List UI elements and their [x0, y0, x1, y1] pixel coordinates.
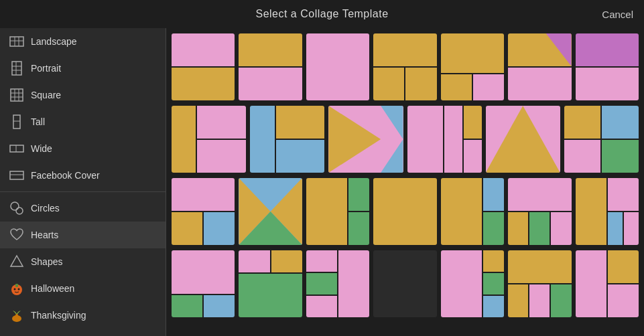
- sidebar-item-wide[interactable]: Wide: [0, 135, 166, 162]
- template-card[interactable]: [508, 33, 571, 100]
- template-card[interactable]: [306, 178, 369, 245]
- template-card[interactable]: [250, 106, 324, 173]
- tall-icon: [9, 114, 24, 129]
- wide-icon: [9, 141, 24, 156]
- template-card[interactable]: [172, 250, 235, 317]
- template-card[interactable]: [576, 33, 639, 100]
- sidebar: Landscape Portrait: [0, 28, 166, 336]
- template-card[interactable]: [172, 106, 246, 173]
- halloween-icon: [9, 281, 24, 296]
- sidebar-item-tall[interactable]: Tall: [0, 108, 166, 135]
- svg-rect-13: [13, 115, 20, 129]
- svg-rect-8: [11, 89, 23, 101]
- svg-point-27: [15, 314, 18, 317]
- circles-icon: [9, 201, 24, 216]
- facebook-cover-icon: [9, 168, 24, 183]
- sidebar-item-portrait[interactable]: Portrait: [0, 55, 166, 82]
- cancel-button[interactable]: Cancel: [602, 9, 633, 20]
- template-row-1: [172, 33, 639, 100]
- template-card[interactable]: [373, 250, 436, 317]
- sidebar-item-square[interactable]: Square: [0, 82, 166, 108]
- template-card[interactable]: [576, 178, 639, 245]
- thanksgiving-icon: [9, 308, 24, 323]
- sidebar-item-label: Circles: [31, 203, 60, 214]
- svg-rect-0: [10, 37, 23, 46]
- sidebar-item-landscape[interactable]: Landscape: [0, 28, 166, 55]
- sidebar-item-label: Shapes: [31, 256, 62, 267]
- main-layout: Landscape Portrait: [0, 28, 644, 336]
- template-card[interactable]: [508, 250, 571, 317]
- template-card[interactable]: [306, 250, 369, 317]
- template-card[interactable]: [441, 33, 504, 100]
- sidebar-item-thanksgiving[interactable]: Thanksgiving: [0, 302, 166, 329]
- svg-point-19: [11, 202, 19, 210]
- template-card[interactable]: [564, 106, 639, 173]
- sidebar-item-christmas[interactable]: Christmas: [0, 329, 166, 336]
- svg-rect-4: [12, 62, 21, 75]
- landscape-icon: [9, 34, 24, 49]
- sidebar-item-label: Square: [31, 90, 61, 100]
- svg-point-25: [18, 288, 20, 290]
- sidebar-item-halloween[interactable]: Halloween: [0, 275, 166, 302]
- square-icon: [9, 88, 24, 102]
- template-row-2: [172, 106, 639, 173]
- svg-point-20: [16, 207, 23, 214]
- template-card[interactable]: [172, 178, 235, 245]
- template-row-4: [172, 250, 639, 317]
- sidebar-item-circles[interactable]: Circles: [0, 195, 166, 222]
- template-card[interactable]: [407, 106, 482, 173]
- template-card[interactable]: [239, 178, 302, 245]
- svg-rect-15: [10, 145, 23, 152]
- template-card[interactable]: [441, 250, 504, 317]
- template-card[interactable]: [239, 250, 302, 317]
- template-card[interactable]: [172, 33, 235, 100]
- sidebar-item-label: Wide: [31, 143, 52, 154]
- dialog-title: Select a Collage Template: [255, 8, 388, 20]
- sidebar-item-label: Hearts: [31, 230, 58, 240]
- portrait-icon: [9, 61, 24, 76]
- svg-rect-17: [10, 171, 23, 179]
- template-card[interactable]: [486, 106, 560, 173]
- template-card[interactable]: [239, 33, 302, 100]
- template-card[interactable]: [328, 106, 403, 173]
- sidebar-item-hearts[interactable]: Hearts: [0, 222, 166, 248]
- sidebar-item-label: Portrait: [31, 63, 61, 74]
- template-card[interactable]: [508, 178, 571, 245]
- sidebar-item-label: Facebook Cover: [31, 170, 100, 181]
- sidebar-item-label: Landscape: [31, 36, 77, 47]
- svg-point-24: [14, 288, 16, 290]
- header: Select a Collage Template Cancel: [0, 0, 644, 28]
- svg-marker-21: [11, 256, 23, 266]
- template-card[interactable]: [576, 250, 639, 317]
- template-card[interactable]: [373, 178, 436, 245]
- svg-rect-23: [15, 284, 18, 287]
- shapes-icon: [9, 254, 24, 269]
- sidebar-item-facebook-cover[interactable]: Facebook Cover: [0, 162, 166, 189]
- collage-content: [166, 28, 644, 336]
- template-card[interactable]: [306, 33, 369, 100]
- template-row-3: [172, 178, 639, 245]
- template-card[interactable]: [441, 178, 504, 245]
- template-card[interactable]: [373, 33, 436, 100]
- sidebar-divider: [0, 191, 166, 192]
- hearts-icon: [9, 228, 24, 242]
- sidebar-item-label: Thanksgiving: [31, 310, 86, 321]
- sidebar-item-label: Tall: [31, 116, 45, 127]
- sidebar-item-label: Halloween: [31, 283, 74, 294]
- sidebar-item-shapes[interactable]: Shapes: [0, 248, 166, 275]
